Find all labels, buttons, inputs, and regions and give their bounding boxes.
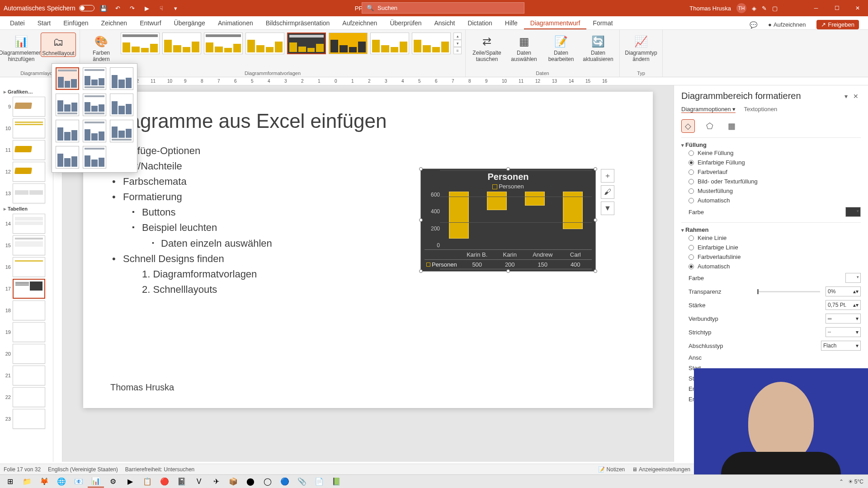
layout-option-8[interactable] xyxy=(83,120,106,142)
change-colors-button[interactable]: 🎨Farben ändern xyxy=(84,33,119,62)
app-icon-8[interactable]: 📄 xyxy=(311,476,327,488)
tab-format[interactable]: Format xyxy=(586,17,619,29)
size-props-icon[interactable]: ▦ xyxy=(725,119,738,133)
user-avatar[interactable]: TH xyxy=(736,3,746,13)
border-solid[interactable]: Einfarbige Linie xyxy=(681,243,861,252)
app-icon-2[interactable]: 📋 xyxy=(139,476,156,488)
start-button[interactable]: ⊞ xyxy=(2,476,18,488)
excel-icon[interactable]: 📗 xyxy=(328,476,344,488)
chart-style-3[interactable] xyxy=(204,33,243,54)
slide-thumb-17-current[interactable] xyxy=(13,279,45,299)
styles-more[interactable]: ≡ xyxy=(453,47,462,54)
slide-thumb-22[interactable] xyxy=(13,387,45,407)
chart-style-5-selected[interactable] xyxy=(287,33,326,54)
chart-style-7[interactable] xyxy=(370,33,409,54)
weather-widget[interactable]: ☀ 5°C xyxy=(848,479,863,485)
notes-button[interactable]: 📝 Notizen xyxy=(598,466,625,473)
search-box[interactable]: 🔍 Suchen xyxy=(362,2,524,14)
minimize-button[interactable]: ─ xyxy=(806,0,826,16)
quick-layout-button[interactable]: 🗂Schnelllayout xyxy=(41,33,76,57)
slide-title[interactable]: Diagramme aus Excel einfügen xyxy=(110,110,626,132)
touch-icon[interactable]: ☟ xyxy=(156,3,167,14)
slide-canvas[interactable]: Diagramme aus Excel einfügen Einfüge-Opt… xyxy=(83,92,653,408)
section-fill-header[interactable]: Füllung xyxy=(681,141,861,148)
tab-uebergaenge[interactable]: Übergänge xyxy=(168,17,212,29)
slide-thumb-18[interactable] xyxy=(13,300,45,320)
fill-line-icon[interactable]: ◇ xyxy=(681,119,695,133)
thumb-group-grafiken[interactable]: Grafiken… xyxy=(1,87,52,96)
styles-scroll-up[interactable]: ▴ xyxy=(453,33,462,40)
slide-editor[interactable]: Diagramme aus Excel einfügen Einfüge-Opt… xyxy=(53,85,674,462)
qat-more-icon[interactable]: ▾ xyxy=(170,3,181,14)
visio-icon[interactable]: V xyxy=(191,476,207,488)
powerpoint-icon[interactable]: 📊 xyxy=(88,476,104,488)
telegram-icon[interactable]: ✈ xyxy=(208,476,224,488)
slide-counter[interactable]: Folie 17 von 32 xyxy=(4,466,41,473)
slide-thumb-19[interactable] xyxy=(13,322,45,342)
compound-dropdown[interactable]: ═▾ xyxy=(826,314,861,324)
layout-option-4[interactable] xyxy=(56,94,79,116)
transparency-slider[interactable] xyxy=(757,291,821,292)
obs-icon[interactable]: ⬤ xyxy=(242,476,259,488)
present-icon[interactable]: ▶ xyxy=(142,3,152,14)
tray-chevron[interactable]: ⌃ xyxy=(839,479,844,485)
close-button[interactable]: ✕ xyxy=(847,0,868,16)
fill-solid[interactable]: Einfarbige Füllung xyxy=(681,158,861,167)
redo-icon[interactable]: ↷ xyxy=(127,3,138,14)
onenote-icon[interactable]: 📓 xyxy=(174,476,190,488)
chrome-icon[interactable]: 🌐 xyxy=(53,476,70,488)
accessibility-check[interactable]: Barrierefreiheit: Untersuchen xyxy=(125,466,194,473)
display-settings-button[interactable]: 🖥 Anzeigeeinstellungen xyxy=(632,466,690,473)
tab-zeichnen[interactable]: Zeichnen xyxy=(95,17,134,29)
slide-thumb-14[interactable] xyxy=(13,214,45,234)
layout-option-6[interactable] xyxy=(110,94,133,116)
dash-dropdown[interactable]: ┄▾ xyxy=(826,327,861,337)
slide-thumb-10[interactable] xyxy=(13,118,45,138)
layout-option-5[interactable] xyxy=(83,94,106,116)
layout-option-2[interactable] xyxy=(83,67,106,90)
diamond-icon[interactable]: ◈ xyxy=(752,5,756,12)
tab-entwurf[interactable]: Entwurf xyxy=(133,17,167,29)
fill-pattern[interactable]: Musterfüllung xyxy=(681,186,861,196)
layout-option-10[interactable] xyxy=(56,146,79,169)
comments-icon[interactable]: 💬 xyxy=(750,21,757,28)
chart-object[interactable]: Personen Personen 6004002000 xyxy=(421,169,595,271)
tab-ueberpruefen[interactable]: Überprüfen xyxy=(383,17,428,29)
app-icon-3[interactable]: 🔴 xyxy=(156,476,173,488)
layout-option-3[interactable] xyxy=(110,67,133,90)
slide-thumb-13[interactable] xyxy=(13,183,45,203)
app-icon[interactable]: ⚙ xyxy=(105,476,121,488)
slide-thumb-9[interactable] xyxy=(13,97,45,117)
chart-filters-button[interactable]: ▼ xyxy=(601,202,614,215)
border-none[interactable]: Keine Linie xyxy=(681,233,861,243)
slide-thumb-16[interactable] xyxy=(13,257,45,277)
maximize-button[interactable]: ☐ xyxy=(826,0,847,16)
chart-style-1[interactable] xyxy=(121,33,160,54)
tab-animationen[interactable]: Animationen xyxy=(212,17,259,29)
fill-gradient[interactable]: Farbverlauf xyxy=(681,167,861,177)
refresh-data-button[interactable]: 🔄Daten aktualisieren xyxy=(580,33,616,62)
slide-thumb-12[interactable] xyxy=(13,162,45,182)
border-gradient[interactable]: Farbverlaufslinie xyxy=(681,252,861,262)
tab-einfuegen[interactable]: Einfügen xyxy=(57,17,94,29)
slide-thumb-15[interactable] xyxy=(13,235,45,255)
thumb-group-tabellen[interactable]: Tabellen xyxy=(1,204,52,213)
slide-thumb-21[interactable] xyxy=(13,366,45,385)
change-chart-type-button[interactable]: 📈Diagrammtyp ändern xyxy=(623,33,659,62)
layout-option-1[interactable] xyxy=(56,67,79,90)
chart-style-8[interactable] xyxy=(412,33,451,54)
tab-aufzeichnen[interactable]: Aufzeichnen xyxy=(336,17,383,29)
chart-selection[interactable]: Personen Personen 6004002000 xyxy=(420,169,596,272)
border-color-picker[interactable] xyxy=(845,273,861,283)
fill-none[interactable]: Keine Füllung xyxy=(681,148,861,158)
pane-tab-text-options[interactable]: Textoptionen xyxy=(744,106,777,113)
effects-icon[interactable]: ⬠ xyxy=(703,119,717,133)
cap-dropdown[interactable]: Flach▾ xyxy=(821,341,861,351)
explorer-icon[interactable]: 📁 xyxy=(19,476,35,488)
slide-thumb-20[interactable] xyxy=(13,344,45,364)
swap-row-col-button[interactable]: ⇄Zeile/Spalte tauschen xyxy=(469,33,505,62)
select-data-button[interactable]: ▦Daten auswählen xyxy=(506,33,542,62)
tab-dictation[interactable]: Dictation xyxy=(461,17,498,29)
tab-ansicht[interactable]: Ansicht xyxy=(428,17,461,29)
border-auto[interactable]: Automatisch xyxy=(681,262,861,271)
